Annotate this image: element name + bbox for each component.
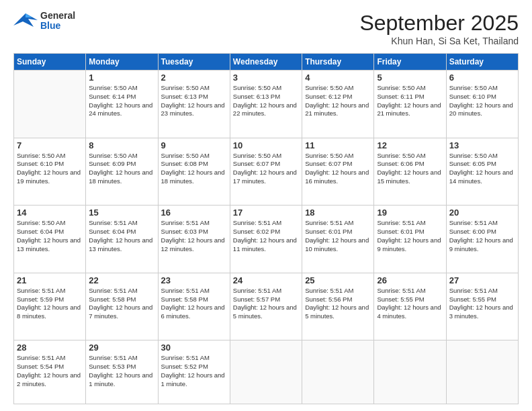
day-number: 22 — [89, 275, 154, 285]
calendar-table: SundayMondayTuesdayWednesdayThursdayFrid… — [13, 53, 519, 404]
weekday-thursday: Thursday — [302, 54, 374, 71]
day-info: Sunrise: 5:50 AM Sunset: 6:07 PM Dayligh… — [305, 152, 371, 186]
day-cell: 12Sunrise: 5:50 AM Sunset: 6:06 PM Dayli… — [374, 138, 446, 205]
day-number: 14 — [17, 208, 83, 218]
day-number: 3 — [233, 73, 299, 83]
week-row-1: 1Sunrise: 5:50 AM Sunset: 6:14 PM Daylig… — [14, 71, 519, 138]
day-cell: 25Sunrise: 5:51 AM Sunset: 5:56 PM Dayli… — [302, 273, 374, 340]
day-info: Sunrise: 5:50 AM Sunset: 6:10 PM Dayligh… — [449, 84, 515, 118]
day-cell: 20Sunrise: 5:51 AM Sunset: 6:00 PM Dayli… — [446, 205, 518, 273]
day-cell: 3Sunrise: 5:50 AM Sunset: 6:13 PM Daylig… — [230, 71, 302, 138]
day-info: Sunrise: 5:51 AM Sunset: 5:55 PM Dayligh… — [377, 287, 443, 321]
day-info: Sunrise: 5:50 AM Sunset: 6:04 PM Dayligh… — [17, 219, 83, 253]
day-info: Sunrise: 5:50 AM Sunset: 6:05 PM Dayligh… — [449, 152, 515, 186]
day-number: 13 — [449, 140, 515, 150]
day-cell — [374, 340, 446, 404]
day-cell: 5Sunrise: 5:50 AM Sunset: 6:11 PM Daylig… — [374, 71, 446, 138]
day-cell — [446, 340, 518, 404]
day-info: Sunrise: 5:50 AM Sunset: 6:08 PM Dayligh… — [161, 152, 227, 186]
day-cell: 16Sunrise: 5:51 AM Sunset: 6:03 PM Dayli… — [158, 205, 230, 273]
header: General Blue September 2025 Khun Han, Si… — [13, 11, 519, 46]
day-info: Sunrise: 5:51 AM Sunset: 5:54 PM Dayligh… — [17, 354, 83, 388]
day-cell: 24Sunrise: 5:51 AM Sunset: 5:57 PM Dayli… — [230, 273, 302, 340]
day-cell: 19Sunrise: 5:51 AM Sunset: 6:01 PM Dayli… — [374, 205, 446, 273]
day-number: 15 — [89, 208, 154, 218]
day-cell: 14Sunrise: 5:50 AM Sunset: 6:04 PM Dayli… — [14, 205, 86, 273]
week-row-5: 28Sunrise: 5:51 AM Sunset: 5:54 PM Dayli… — [14, 340, 519, 404]
day-info: Sunrise: 5:51 AM Sunset: 6:01 PM Dayligh… — [305, 219, 371, 253]
day-number: 11 — [305, 140, 371, 150]
day-cell: 8Sunrise: 5:50 AM Sunset: 6:09 PM Daylig… — [86, 138, 158, 205]
day-cell: 10Sunrise: 5:50 AM Sunset: 6:07 PM Dayli… — [230, 138, 302, 205]
day-number: 16 — [161, 208, 227, 218]
day-info: Sunrise: 5:51 AM Sunset: 6:03 PM Dayligh… — [161, 219, 227, 253]
day-info: Sunrise: 5:51 AM Sunset: 5:56 PM Dayligh… — [305, 287, 371, 321]
day-cell: 29Sunrise: 5:51 AM Sunset: 5:53 PM Dayli… — [86, 340, 158, 404]
week-row-3: 14Sunrise: 5:50 AM Sunset: 6:04 PM Dayli… — [14, 205, 519, 273]
day-number: 30 — [161, 342, 227, 353]
weekday-monday: Monday — [86, 54, 158, 71]
day-cell: 23Sunrise: 5:51 AM Sunset: 5:58 PM Dayli… — [158, 273, 230, 340]
day-number: 17 — [233, 208, 299, 218]
day-number: 2 — [161, 73, 227, 83]
week-row-2: 7Sunrise: 5:50 AM Sunset: 6:10 PM Daylig… — [14, 138, 519, 205]
week-row-4: 21Sunrise: 5:51 AM Sunset: 5:59 PM Dayli… — [14, 273, 519, 340]
day-info: Sunrise: 5:50 AM Sunset: 6:07 PM Dayligh… — [233, 152, 299, 186]
day-cell: 15Sunrise: 5:51 AM Sunset: 6:04 PM Dayli… — [86, 205, 158, 273]
day-number: 24 — [233, 275, 299, 285]
day-cell: 9Sunrise: 5:50 AM Sunset: 6:08 PM Daylig… — [158, 138, 230, 205]
day-cell — [302, 340, 374, 404]
weekday-saturday: Saturday — [446, 54, 518, 71]
day-cell: 11Sunrise: 5:50 AM Sunset: 6:07 PM Dayli… — [302, 138, 374, 205]
day-number: 9 — [161, 140, 227, 150]
day-number: 28 — [17, 342, 83, 353]
day-info: Sunrise: 5:50 AM Sunset: 6:13 PM Dayligh… — [233, 84, 299, 118]
location: Khun Han, Si Sa Ket, Thailand — [359, 36, 519, 46]
day-cell: 22Sunrise: 5:51 AM Sunset: 5:58 PM Dayli… — [86, 273, 158, 340]
day-info: Sunrise: 5:51 AM Sunset: 6:04 PM Dayligh… — [89, 219, 154, 253]
weekday-sunday: Sunday — [14, 54, 86, 71]
day-number: 23 — [161, 275, 227, 285]
day-cell: 2Sunrise: 5:50 AM Sunset: 6:13 PM Daylig… — [158, 71, 230, 138]
day-cell: 27Sunrise: 5:51 AM Sunset: 5:55 PM Dayli… — [446, 273, 518, 340]
logo-blue: Blue — [40, 21, 75, 31]
day-number: 18 — [305, 208, 371, 218]
day-cell: 28Sunrise: 5:51 AM Sunset: 5:54 PM Dayli… — [14, 340, 86, 404]
day-number: 21 — [17, 275, 83, 285]
day-info: Sunrise: 5:51 AM Sunset: 6:02 PM Dayligh… — [233, 219, 299, 253]
day-number: 27 — [449, 275, 515, 285]
day-cell: 1Sunrise: 5:50 AM Sunset: 6:14 PM Daylig… — [86, 71, 158, 138]
day-cell — [230, 340, 302, 404]
weekday-tuesday: Tuesday — [158, 54, 230, 71]
day-number: 4 — [305, 73, 371, 83]
day-cell: 18Sunrise: 5:51 AM Sunset: 6:01 PM Dayli… — [302, 205, 374, 273]
month-title: September 2025 — [359, 11, 519, 36]
day-cell — [14, 71, 86, 138]
day-number: 12 — [377, 140, 443, 150]
day-cell: 30Sunrise: 5:51 AM Sunset: 5:52 PM Dayli… — [158, 340, 230, 404]
day-number: 10 — [233, 140, 299, 150]
day-info: Sunrise: 5:51 AM Sunset: 5:55 PM Dayligh… — [449, 287, 515, 321]
day-info: Sunrise: 5:50 AM Sunset: 6:09 PM Dayligh… — [89, 152, 154, 186]
page: General Blue September 2025 Khun Han, Si… — [0, 0, 532, 411]
day-info: Sunrise: 5:51 AM Sunset: 5:53 PM Dayligh… — [89, 354, 154, 388]
weekday-friday: Friday — [374, 54, 446, 71]
day-number: 20 — [449, 208, 515, 218]
day-info: Sunrise: 5:50 AM Sunset: 6:12 PM Dayligh… — [305, 84, 371, 118]
day-cell: 4Sunrise: 5:50 AM Sunset: 6:12 PM Daylig… — [302, 71, 374, 138]
day-number: 25 — [305, 275, 371, 285]
day-cell: 13Sunrise: 5:50 AM Sunset: 6:05 PM Dayli… — [446, 138, 518, 205]
bird-icon — [13, 11, 38, 31]
day-number: 29 — [89, 342, 154, 353]
day-number: 6 — [449, 73, 515, 83]
day-info: Sunrise: 5:51 AM Sunset: 5:58 PM Dayligh… — [161, 287, 227, 321]
day-info: Sunrise: 5:50 AM Sunset: 6:14 PM Dayligh… — [89, 84, 154, 118]
day-info: Sunrise: 5:51 AM Sunset: 6:01 PM Dayligh… — [377, 219, 443, 253]
day-cell: 6Sunrise: 5:50 AM Sunset: 6:10 PM Daylig… — [446, 71, 518, 138]
weekday-wednesday: Wednesday — [230, 54, 302, 71]
day-info: Sunrise: 5:51 AM Sunset: 5:52 PM Dayligh… — [161, 354, 227, 388]
day-number: 7 — [17, 140, 83, 150]
day-info: Sunrise: 5:51 AM Sunset: 5:58 PM Dayligh… — [89, 287, 154, 321]
day-number: 5 — [377, 73, 443, 83]
day-number: 8 — [89, 140, 154, 150]
